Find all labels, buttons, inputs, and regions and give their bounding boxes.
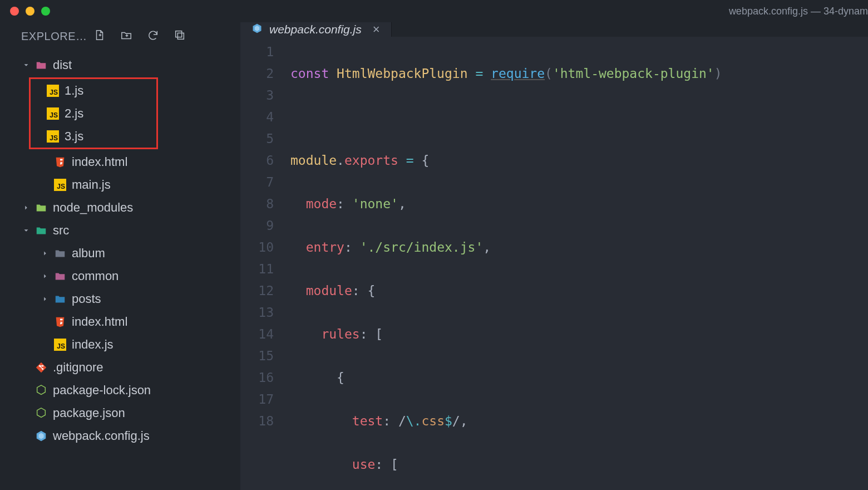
tree-folder-src[interactable]: src <box>0 219 240 242</box>
tree-file-mainjs[interactable]: JS main.js <box>0 173 240 196</box>
refresh-icon[interactable] <box>147 29 159 43</box>
tree-label: 2.js <box>65 106 83 121</box>
html-icon <box>53 155 67 169</box>
tree-label: 1.js <box>65 84 83 98</box>
folder-icon <box>53 247 67 260</box>
highlight-box: JS 1.js JS 2.js JS 3.js <box>29 77 158 149</box>
node-icon <box>34 384 48 397</box>
js-icon: JS <box>46 130 60 143</box>
js-icon: JS <box>53 338 67 351</box>
tree-file-webpackconfig[interactable]: webpack.config.js <box>0 424 240 447</box>
tree-folder-dist[interactable]: dist <box>0 53 240 76</box>
explorer-sidebar: EXPLORER... dist JS 1.js JS <box>0 22 240 490</box>
collapse-all-icon[interactable] <box>174 29 186 43</box>
js-icon: JS <box>46 84 60 97</box>
traffic-lights <box>10 7 50 16</box>
folder-icon <box>34 58 48 72</box>
tree-label: package.json <box>53 406 125 420</box>
close-icon[interactable]: × <box>373 22 380 37</box>
tabbar: webpack.config.js × <box>240 22 868 37</box>
tree-file-packagejson[interactable]: package.json <box>0 401 240 424</box>
chevron-right-icon <box>21 204 31 212</box>
tree-file-packagelock[interactable]: package-lock.json <box>0 379 240 401</box>
tree-label: package-lock.json <box>53 383 151 398</box>
code-content[interactable]: const HtmlWebpackPlugin = require('html-… <box>290 41 868 490</box>
folder-icon <box>34 224 48 237</box>
folder-icon <box>53 292 67 306</box>
new-file-icon[interactable] <box>93 29 106 43</box>
tree-file-gitignore[interactable]: .gitignore <box>0 356 240 379</box>
tree-label: common <box>72 269 119 283</box>
tree-file-3js[interactable]: JS 3.js <box>31 125 156 148</box>
tree-folder-common[interactable]: common <box>0 264 240 287</box>
tree-file-src-indexjs[interactable]: JS index.js <box>0 333 240 356</box>
folder-icon <box>34 201 48 214</box>
tree-label: index.html <box>72 315 127 329</box>
code-editor[interactable]: 123456789101112131415161718 const HtmlWe… <box>240 37 868 490</box>
chevron-right-icon <box>40 295 50 303</box>
minimize-window-button[interactable] <box>26 7 34 16</box>
tree-label: dist <box>53 58 72 72</box>
explorer-title: EXPLORER... <box>21 30 93 43</box>
explorer-header: EXPLORER... <box>0 22 240 50</box>
line-gutter: 123456789101112131415161718 <box>240 41 290 490</box>
tab-label: webpack.config.js <box>269 23 362 36</box>
tree-file-2js[interactable]: JS 2.js <box>31 102 156 125</box>
chevron-right-icon <box>40 272 50 280</box>
zoom-window-button[interactable] <box>41 7 50 16</box>
svg-rect-1 <box>177 33 184 39</box>
chevron-down-icon <box>21 61 31 69</box>
webpack-icon <box>251 23 263 36</box>
tree-folder-nodemodules[interactable]: node_modules <box>0 196 240 219</box>
svg-rect-0 <box>176 31 182 37</box>
js-icon: JS <box>53 178 67 192</box>
git-icon <box>34 361 48 374</box>
html-icon <box>53 315 67 329</box>
tree-label: 3.js <box>65 129 83 144</box>
tree-file-1js[interactable]: JS 1.js <box>31 79 156 102</box>
webpack-icon <box>34 429 48 443</box>
new-folder-icon[interactable] <box>120 29 132 43</box>
editor-area: webpack.config.js × 12345678910111213141… <box>240 22 868 490</box>
file-tree: dist JS 1.js JS 2.js JS 3.js ind <box>0 50 240 490</box>
tree-label: posts <box>72 292 101 306</box>
tree-folder-posts[interactable]: posts <box>0 287 240 310</box>
tab-webpackconfig[interactable]: webpack.config.js × <box>240 22 392 37</box>
tree-file-src-indexhtml[interactable]: index.html <box>0 310 240 333</box>
tree-label: album <box>72 246 105 261</box>
tree-label: index.js <box>72 337 114 352</box>
folder-icon <box>53 270 67 283</box>
tree-folder-album[interactable]: album <box>0 242 240 264</box>
tree-label: node_modules <box>53 200 133 215</box>
tree-file-indexhtml[interactable]: index.html <box>0 150 240 173</box>
tree-label: main.js <box>72 178 111 192</box>
tree-label: index.html <box>72 155 127 169</box>
tree-label: webpack.config.js <box>53 429 150 443</box>
chevron-down-icon <box>21 227 31 234</box>
window-titlebar: webpack.config.js — 34-dynam <box>0 0 868 22</box>
tree-label: .gitignore <box>53 360 103 375</box>
node-icon <box>34 406 48 420</box>
window-title: webpack.config.js — 34-dynam <box>729 6 868 17</box>
chevron-right-icon <box>40 249 50 257</box>
tree-label: src <box>53 223 69 238</box>
close-window-button[interactable] <box>10 7 19 16</box>
js-icon: JS <box>46 107 60 120</box>
